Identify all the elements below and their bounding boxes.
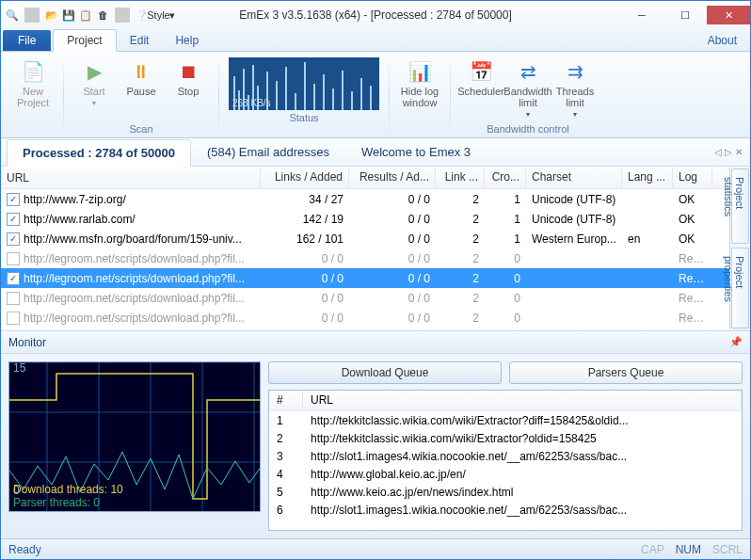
row-checkbox[interactable] <box>7 312 20 325</box>
monitor-graph: 15 0 Download threads: 10 Parser threads… <box>8 361 261 512</box>
hide-log-button[interactable]: 📊Hide log window <box>399 59 440 108</box>
threads-icon: ⇉ <box>563 59 587 84</box>
monitor-body: 15 0 Download threads: 10 Parser threads… <box>1 354 750 538</box>
table-row[interactable]: ✓http://www.rarlab.com/142 / 190 / 021Un… <box>1 209 729 229</box>
window-title: EmEx 3 v3.5.1638 (x64) - [Processed : 27… <box>239 8 512 22</box>
table-row[interactable]: http://legroom.net/scripts/download.php?… <box>1 288 729 308</box>
edit-tab[interactable]: Edit <box>117 30 163 51</box>
svg-rect-11 <box>304 62 306 110</box>
scheduler-icon: 📅 <box>469 59 493 84</box>
open-icon[interactable]: 📂 <box>44 8 59 23</box>
bandwidth-group-label: Bandwidth control <box>487 121 568 137</box>
table-row[interactable]: ✓http://www.msfn.org/board/forum/159-uni… <box>1 229 729 248</box>
svg-rect-10 <box>295 93 296 110</box>
status-group-label: Status <box>289 110 318 126</box>
pause-button[interactable]: ⏸Pause <box>120 59 162 97</box>
col-lang[interactable]: Lang ... <box>622 167 673 188</box>
row-checkbox[interactable]: ✓ <box>7 272 20 285</box>
svg-rect-13 <box>323 74 325 110</box>
svg-rect-9 <box>285 67 287 110</box>
queue-row[interactable]: 4http://www.global.keio.ac.jp/en/ <box>269 465 742 483</box>
queue-row[interactable]: 6http://slot1.images1.wikia.nocookie.net… <box>269 501 742 519</box>
tab-welcome[interactable]: Welcome to Emex 3 <box>345 138 487 166</box>
status-num: NUM <box>676 543 701 556</box>
col-charset[interactable]: Charset <box>526 167 622 188</box>
row-checkbox[interactable]: ✓ <box>7 232 20 246</box>
table-row[interactable]: ✓http://legroom.net/node/534/18455 / 50 … <box>1 328 729 330</box>
download-threads-label: Download threads: 10 <box>13 483 123 496</box>
help-tab[interactable]: Help <box>162 30 212 51</box>
scheduler-button[interactable]: 📅Scheduler <box>460 59 502 97</box>
stop-button[interactable]: ⏹Stop <box>168 59 209 97</box>
new-project-icon: 📄 <box>21 59 45 84</box>
monitor-title: Monitor <box>8 336 46 349</box>
status-bar: Ready CAP NUM SCRL <box>1 538 750 559</box>
ribbon-tabs: File Project Edit Help About <box>1 29 750 52</box>
parser-threads-label: Parser threads: 0 <box>13 496 123 509</box>
tab-processed[interactable]: Processed : 2784 of 50000 <box>7 139 191 167</box>
minimize-button[interactable]: ─ <box>620 6 663 24</box>
queue-row[interactable]: 1http://tekkitclassic.wikia.com/wiki/Ext… <box>269 411 742 429</box>
download-queue-button[interactable]: Download Queue <box>268 361 502 384</box>
stop-icon: ⏹ <box>176 59 200 84</box>
pin-icon[interactable]: 📌 <box>729 336 743 348</box>
new-project-button[interactable]: 📄New Project <box>12 59 54 108</box>
col-cro[interactable]: Cro... <box>485 167 526 188</box>
queue-row[interactable]: 2http://tekkitclassic.wikia.com/wiki/Ext… <box>269 429 742 447</box>
play-icon: ▶ <box>82 59 106 84</box>
queue-row[interactable]: 5http://www.keio.ac.jp/en/news/index.htm… <box>269 483 742 501</box>
qcol-url[interactable]: URL <box>303 391 742 410</box>
threads-button[interactable]: ⇉Threads limit▾ <box>554 59 596 119</box>
status-cap: CAP <box>641 543 664 556</box>
col-results-added[interactable]: Results / Ad... <box>349 167 436 188</box>
bandwidth-button[interactable]: ⇄Bandwidth limit▾ <box>507 59 549 119</box>
status-scrl: SCRL <box>712 543 743 556</box>
status-ready: Ready <box>8 543 41 556</box>
table-row[interactable]: ✓http://legroom.net/scripts/download.php… <box>1 268 729 288</box>
tab-nav[interactable]: ◁ ▷ ✕ <box>714 147 743 157</box>
side-tabs: Project statistics Project properties <box>729 167 750 330</box>
ribbon: 📄New Project ▶Start▾ ⏸Pause ⏹Stop Scan 2… <box>1 52 750 138</box>
quick-access: 🔍 📂 💾 📋 🗑 ❔ Style ▾ <box>5 8 170 23</box>
bandwidth-icon: ⇄ <box>516 59 540 84</box>
status-rate: 263 KB/s <box>232 98 271 108</box>
svg-rect-16 <box>351 91 353 110</box>
titlebar: 🔍 📂 💾 📋 🗑 ❔ Style ▾ EmEx 3 v3.5.1638 (x6… <box>1 1 750 29</box>
queue-table: # URL 1http://tekkitclassic.wikia.com/wi… <box>268 390 743 531</box>
app-icon: 🔍 <box>5 8 20 23</box>
about-link[interactable]: About <box>704 30 741 51</box>
col-log[interactable]: Log <box>673 167 712 188</box>
style-dropdown[interactable]: Style ▾ <box>155 8 170 23</box>
log-icon: 📊 <box>407 59 432 84</box>
copy-icon[interactable]: 📋 <box>78 8 93 23</box>
table-row[interactable]: http://legroom.net/scripts/download.php?… <box>1 248 729 268</box>
save-icon[interactable]: 💾 <box>61 8 76 23</box>
row-checkbox[interactable] <box>7 292 20 305</box>
qcol-num[interactable]: # <box>269 391 303 410</box>
maximize-button[interactable]: ☐ <box>663 6 707 24</box>
row-checkbox[interactable]: ✓ <box>7 213 20 226</box>
parsers-queue-button[interactable]: Parsers Queue <box>509 361 743 384</box>
svg-rect-12 <box>313 84 315 110</box>
sidetab-properties[interactable]: Project properties <box>731 248 749 328</box>
table-row[interactable]: ✓http://www.7-zip.org/34 / 270 / 021Unic… <box>1 189 729 209</box>
svg-rect-8 <box>276 81 278 110</box>
pause-icon: ⏸ <box>129 59 153 84</box>
start-button[interactable]: ▶Start▾ <box>73 59 115 107</box>
queue-row[interactable]: 3http://slot1.images4.wikia.nocookie.net… <box>269 447 742 465</box>
close-button[interactable]: ✕ <box>707 6 750 24</box>
col-link[interactable]: Link ... <box>436 167 485 188</box>
col-url[interactable]: URL <box>1 167 261 188</box>
url-table: URL Links / Added Results / Ad... Link .… <box>1 167 729 330</box>
row-checkbox[interactable] <box>7 252 20 265</box>
project-tab[interactable]: Project <box>53 29 116 52</box>
sidetab-statistics[interactable]: Project statistics <box>731 168 749 244</box>
clear-icon[interactable]: 🗑 <box>95 8 110 23</box>
table-row[interactable]: http://legroom.net/scripts/download.php?… <box>1 308 729 328</box>
tab-emails[interactable]: (584) Email addresses <box>191 138 345 166</box>
file-tab[interactable]: File <box>3 30 51 51</box>
col-links-added[interactable]: Links / Added <box>261 167 349 188</box>
svg-text:15: 15 <box>13 362 26 375</box>
tab-strip: Processed : 2784 of 50000 (584) Email ad… <box>1 138 750 167</box>
row-checkbox[interactable]: ✓ <box>7 193 20 206</box>
